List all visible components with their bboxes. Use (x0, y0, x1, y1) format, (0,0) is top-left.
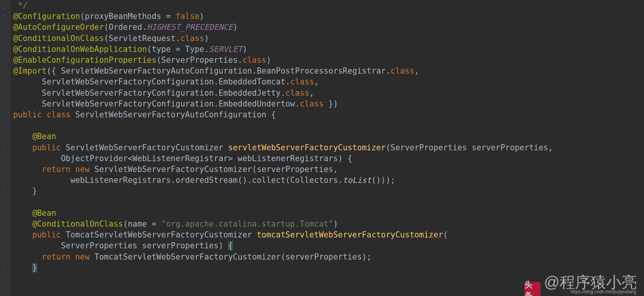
code-token: @Import (13, 66, 46, 76)
code-token: ServletWebServerFactoryConfiguration.Emb… (42, 77, 290, 86)
code-token: public (32, 230, 65, 239)
code-token: tomcatServletWebServerFactoryCustomizer (257, 230, 443, 239)
editor-gutter[interactable]: − + − − − − − − − (0, 0, 11, 296)
code-token (13, 230, 32, 239)
code-token: public (32, 143, 65, 152)
fold-icon[interactable]: + (3, 13, 6, 19)
code-token: (ServerProperties. (156, 55, 242, 65)
code-token: ) (233, 22, 238, 32)
code-token: HIGHEST_PRECEDENCE (147, 22, 233, 32)
code-token (13, 252, 42, 262)
code-token: @ConditionalOnClass (13, 34, 104, 43)
code-token: @Configuration (13, 12, 80, 21)
code-token: (name = (123, 219, 161, 229)
code-token: ServletWebServerFactoryConfiguration.Emb… (42, 99, 300, 108)
code-token: ) (266, 55, 271, 65)
code-token: @ConditionalOnClass (32, 219, 123, 229)
watermark-url: https://blog.csdn.net/jiuqiyuliang (570, 289, 636, 294)
code-token (13, 99, 42, 108)
code-token: ServletWebServerFactoryCustomizer (66, 143, 228, 152)
brace-highlight: { (228, 241, 233, 250)
fold-icon[interactable]: − (3, 5, 6, 11)
code-token: @ConditionalOnWebApplication (13, 45, 147, 54)
code-token: { (271, 110, 276, 119)
code-token: class (286, 88, 310, 98)
fold-icon[interactable]: − (3, 144, 6, 150)
code-token: @EnableConfigurationProperties (13, 55, 156, 65)
code-token: return (42, 165, 75, 174)
code-token: toList (343, 176, 372, 185)
code-token (13, 208, 32, 218)
code-token (13, 186, 32, 196)
code-editor[interactable]: */ @Configuration(proxyBeanMethods = fal… (11, 0, 644, 296)
code-token: class (290, 77, 314, 86)
code-token (13, 143, 32, 152)
code-token: } (32, 186, 37, 196)
code-token: ServerProperties serverProperties) (61, 241, 228, 250)
code-content[interactable]: */ @Configuration(proxyBeanMethods = fal… (11, 0, 644, 273)
code-token: (proxyBeanMethods = (80, 12, 176, 21)
code-token: @AutoConfigureOrder (13, 22, 104, 32)
code-token: */ (13, 1, 27, 10)
code-token: ({ ServletWebServerFactoryAutoConfigurat… (46, 66, 391, 76)
code-token (13, 165, 42, 174)
brace-highlight: } (32, 263, 37, 272)
fold-icon[interactable]: − (3, 264, 6, 270)
code-token: new (75, 252, 94, 262)
code-token: (ServletRequest. (104, 34, 180, 43)
code-token: (ServerProperties serverProperties, (386, 143, 553, 152)
code-token: , (314, 77, 319, 86)
code-token (13, 241, 61, 250)
fold-icon[interactable]: − (3, 101, 6, 107)
code-token: servletWebServerFactoryCustomizer (228, 143, 385, 152)
code-token: , (414, 66, 419, 76)
code-token: @Bean (32, 208, 56, 218)
code-token: (type = Type. (147, 45, 209, 54)
code-token: }) (324, 99, 338, 108)
fold-icon[interactable]: − (3, 221, 6, 227)
code-token: ) (242, 45, 247, 54)
code-token: false (176, 12, 200, 21)
code-token: ())); (372, 176, 396, 185)
code-token: "org.apache.catalina.startup.Tomcat" (161, 219, 333, 229)
code-token (13, 77, 42, 86)
code-token (13, 219, 32, 229)
code-token: class (242, 55, 266, 65)
code-token: ) (204, 34, 209, 43)
fold-icon[interactable]: − (3, 243, 6, 248)
code-token: return (42, 252, 75, 262)
code-token: ) (333, 219, 338, 229)
code-token: @Bean (32, 132, 56, 141)
code-token (13, 176, 70, 185)
code-token: SERVLET (209, 45, 242, 54)
fold-icon[interactable]: − (3, 155, 6, 161)
code-token: TomcatServletWebServerFactoryCustomizer(… (94, 252, 372, 262)
code-token: , (309, 88, 314, 98)
code-token: ServletWebServerFactoryAutoConfiguration (75, 110, 271, 119)
watermark-logo-icon: 头条 (524, 282, 541, 296)
code-token: ServletWebServerFactoryCustomizer(server… (94, 165, 338, 174)
code-token: (Ordered. (104, 22, 147, 32)
code-token (13, 154, 61, 163)
code-token: ServletWebServerFactoryConfiguration.Emb… (42, 88, 285, 98)
code-token: ) (199, 12, 204, 21)
code-token (13, 132, 32, 141)
code-token: class (300, 99, 324, 108)
code-token: TomcatServletWebServerFactoryCustomizer (66, 230, 257, 239)
code-token: new (75, 165, 94, 174)
code-token (13, 88, 42, 98)
code-token: ObjectProvider<WebListenerRegistrar> web… (61, 154, 352, 163)
code-token: ( (443, 230, 448, 239)
code-token: class (391, 66, 414, 76)
code-token: webListenerRegistrars.orderedStream().co… (70, 176, 343, 185)
fold-icon[interactable]: − (3, 188, 6, 193)
code-token (13, 263, 32, 272)
code-token: class (180, 34, 204, 43)
code-token: public class (13, 110, 75, 119)
